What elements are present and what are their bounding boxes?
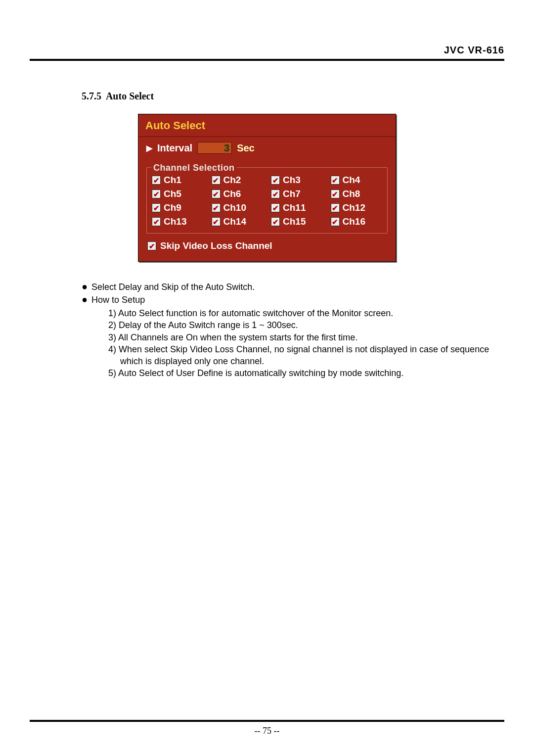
bullet-text: How to Setup bbox=[91, 295, 145, 305]
setup-step: 2) Delay of the Auto Switch range is 1 ~… bbox=[108, 319, 504, 331]
section-title: Auto Select bbox=[106, 91, 154, 101]
channel-selection-group: ✔Ch1 ✔Ch2 ✔Ch3 ✔Ch4 ✔Ch5 ✔Ch6 ✔Ch7 ✔Ch8 … bbox=[146, 167, 388, 234]
interval-row: ▶ Interval 3 Sec bbox=[146, 142, 388, 154]
checkmark-icon: ✔ bbox=[152, 176, 161, 185]
channel-checkbox-ch1[interactable]: ✔Ch1 bbox=[152, 175, 204, 186]
checkmark-icon: ✔ bbox=[212, 189, 221, 198]
channel-label: Ch7 bbox=[283, 189, 301, 199]
channel-checkbox-ch2[interactable]: ✔Ch2 bbox=[212, 175, 264, 186]
channel-label: Ch12 bbox=[343, 202, 365, 213]
channel-label: Ch11 bbox=[283, 202, 306, 213]
interval-input[interactable]: 3 bbox=[197, 142, 232, 154]
channel-checkbox-ch5[interactable]: ✔Ch5 bbox=[152, 189, 204, 199]
channel-label: Ch14 bbox=[223, 216, 246, 227]
setup-steps: 1) Auto Select function is for automatic… bbox=[108, 307, 504, 379]
setup-step: 1) Auto Select function is for automatic… bbox=[108, 307, 504, 319]
setup-step: 4) When select Skip Video Loss Channel, … bbox=[108, 343, 504, 368]
channel-checkbox-ch10[interactable]: ✔Ch10 bbox=[212, 202, 264, 213]
footer: -- 75 -- bbox=[30, 720, 504, 736]
cursor-arrow-icon: ▶ bbox=[146, 143, 152, 153]
bullet-text: Select Delay and Skip of the Auto Switch… bbox=[91, 282, 255, 292]
channel-checkbox-ch9[interactable]: ✔Ch9 bbox=[152, 202, 204, 213]
checkmark-icon: ✔ bbox=[152, 217, 161, 226]
checkmark-icon: ✔ bbox=[331, 189, 340, 198]
checkmark-icon: ✔ bbox=[212, 217, 221, 226]
checkmark-icon: ✔ bbox=[212, 176, 221, 185]
header-rule bbox=[30, 59, 504, 61]
checkmark-icon: ✔ bbox=[212, 203, 221, 212]
channel-grid: ✔Ch1 ✔Ch2 ✔Ch3 ✔Ch4 ✔Ch5 ✔Ch6 ✔Ch7 ✔Ch8 … bbox=[152, 175, 382, 227]
setup-step: 3) All Channels are On when the system s… bbox=[108, 331, 504, 343]
channel-label: Ch8 bbox=[343, 189, 360, 199]
channel-label: Ch10 bbox=[223, 202, 246, 213]
page-number: -- 75 -- bbox=[30, 726, 504, 736]
checkmark-icon: ✔ bbox=[331, 176, 340, 185]
checkmark-icon: ✔ bbox=[331, 203, 340, 212]
checkmark-icon: ✔ bbox=[271, 217, 280, 226]
channel-label: Ch15 bbox=[283, 216, 306, 227]
checkmark-icon: ✔ bbox=[147, 241, 156, 250]
checkmark-icon: ✔ bbox=[152, 203, 161, 212]
channel-checkbox-ch3[interactable]: ✔Ch3 bbox=[271, 175, 323, 186]
checkmark-icon: ✔ bbox=[271, 176, 280, 185]
panel-body: ▶ Interval 3 Sec Channel Selection ✔Ch1 … bbox=[138, 137, 396, 261]
channel-label: Ch9 bbox=[164, 202, 181, 213]
osd-screenshot: Auto Select ▶ Interval 3 Sec Channel Sel… bbox=[30, 114, 504, 262]
channel-label: Ch6 bbox=[223, 189, 241, 199]
description-text: ● Select Delay and Skip of the Auto Swit… bbox=[82, 280, 504, 379]
channel-label: Ch13 bbox=[164, 216, 186, 227]
channel-label: Ch1 bbox=[164, 175, 181, 186]
channel-label: Ch16 bbox=[343, 216, 365, 227]
channel-label: Ch5 bbox=[164, 189, 181, 199]
bullet-line-2: ● How to Setup bbox=[82, 294, 504, 305]
bullet-icon: ● bbox=[82, 294, 88, 304]
channel-selection-label: Channel Selection bbox=[151, 163, 237, 173]
channel-checkbox-ch11[interactable]: ✔Ch11 bbox=[271, 202, 323, 213]
channel-checkbox-ch4[interactable]: ✔Ch4 bbox=[331, 175, 383, 186]
checkmark-icon: ✔ bbox=[152, 189, 161, 198]
panel-title: Auto Select bbox=[138, 114, 396, 137]
bullet-icon: ● bbox=[82, 282, 88, 291]
page: JVC VR-616 5.7.5 Auto Select Auto Select… bbox=[0, 0, 534, 756]
channel-label: Ch4 bbox=[343, 175, 360, 186]
channel-checkbox-ch7[interactable]: ✔Ch7 bbox=[271, 189, 323, 199]
device-name: JVC VR-616 bbox=[444, 45, 504, 56]
section-heading: 5.7.5 Auto Select bbox=[82, 91, 504, 102]
channel-checkbox-ch14[interactable]: ✔Ch14 bbox=[212, 216, 264, 227]
interval-unit: Sec bbox=[237, 142, 255, 154]
channel-label: Ch3 bbox=[283, 175, 301, 186]
channel-checkbox-ch12[interactable]: ✔Ch12 bbox=[331, 202, 383, 213]
setup-step: 5) Auto Select of User Define is automat… bbox=[108, 367, 504, 379]
channel-checkbox-ch16[interactable]: ✔Ch16 bbox=[331, 216, 383, 227]
interval-label: Interval bbox=[157, 142, 192, 154]
section-number: 5.7.5 bbox=[82, 91, 101, 101]
channel-checkbox-ch13[interactable]: ✔Ch13 bbox=[152, 216, 204, 227]
auto-select-panel: Auto Select ▶ Interval 3 Sec Channel Sel… bbox=[138, 114, 396, 262]
checkmark-icon: ✔ bbox=[271, 203, 280, 212]
checkmark-icon: ✔ bbox=[331, 217, 340, 226]
channel-checkbox-ch6[interactable]: ✔Ch6 bbox=[212, 189, 264, 199]
header-row: JVC VR-616 bbox=[30, 45, 504, 59]
bullet-line-1: ● Select Delay and Skip of the Auto Swit… bbox=[82, 282, 504, 292]
checkmark-icon: ✔ bbox=[271, 189, 280, 198]
channel-checkbox-ch8[interactable]: ✔Ch8 bbox=[331, 189, 383, 199]
channel-label: Ch2 bbox=[223, 175, 241, 186]
footer-rule bbox=[30, 720, 504, 722]
skip-video-loss-checkbox[interactable]: ✔ Skip Video Loss Channel bbox=[146, 234, 388, 253]
channel-checkbox-ch15[interactable]: ✔Ch15 bbox=[271, 216, 323, 227]
skip-label: Skip Video Loss Channel bbox=[160, 240, 272, 251]
